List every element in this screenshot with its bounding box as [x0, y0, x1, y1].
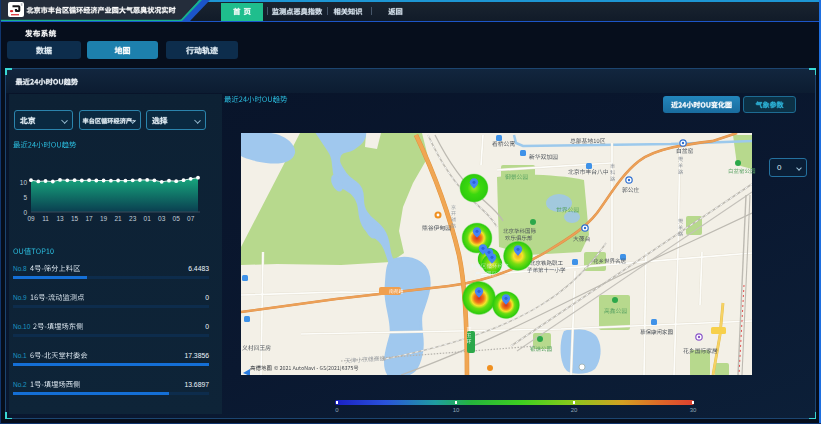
svg-text:15: 15: [71, 215, 79, 222]
svg-text:07: 07: [187, 215, 195, 222]
svg-text:10: 10: [20, 179, 28, 186]
svg-text:03: 03: [158, 215, 166, 222]
svg-text:05: 05: [173, 215, 181, 222]
svg-text:01: 01: [144, 215, 152, 222]
svg-text:5: 5: [23, 194, 27, 201]
svg-text:11: 11: [42, 215, 49, 222]
svg-text:17: 17: [85, 215, 93, 222]
svg-text:13: 13: [56, 215, 64, 222]
svg-text:21: 21: [114, 215, 122, 222]
svg-text:19: 19: [100, 215, 108, 222]
svg-text:09: 09: [27, 215, 35, 222]
svg-text:23: 23: [129, 215, 137, 222]
